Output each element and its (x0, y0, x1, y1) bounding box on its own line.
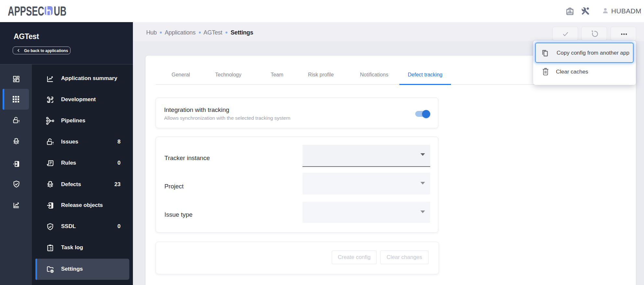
svg-text:APPSEC: APPSEC (8, 5, 44, 18)
svg-text:UB: UB (54, 5, 67, 18)
